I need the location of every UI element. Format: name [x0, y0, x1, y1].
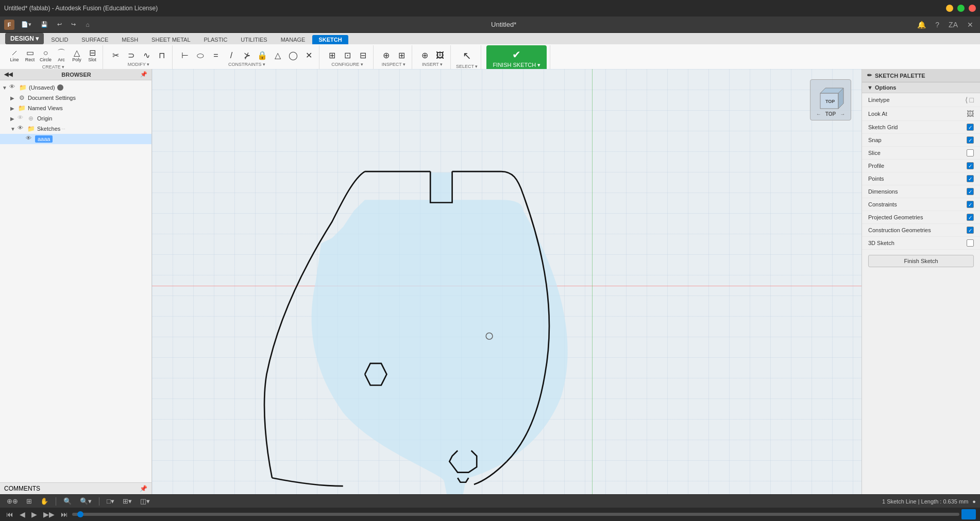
tree-item-aaaa[interactable]: 👁 aaaa	[0, 134, 151, 144]
home-button[interactable]: ⌂	[82, 20, 93, 30]
tree-item-named-views[interactable]: ▶ 📁 Named Views	[0, 103, 151, 113]
rect-tool[interactable]: ▭Rect	[23, 48, 37, 63]
palette-options-header[interactable]: ▼ Options	[862, 82, 980, 93]
constraints-checkbox[interactable]	[967, 201, 974, 208]
expand-arrow-doc-settings[interactable]: ▶	[10, 95, 18, 101]
select-label[interactable]: SELECT ▾	[456, 64, 478, 69]
zoom-fit-btn[interactable]: 🔍▾	[77, 496, 94, 506]
oval-tool[interactable]: ◯	[286, 50, 300, 61]
profile-checkbox[interactable]	[967, 162, 974, 169]
tl-prev[interactable]: ◀	[18, 509, 27, 519]
zoom-btn[interactable]: 🔍	[61, 496, 74, 506]
linetype-btn2[interactable]: □	[970, 96, 974, 104]
3d-sketch-checkbox[interactable]	[967, 239, 974, 247]
circle-tool[interactable]: ○Circle	[38, 48, 53, 63]
notifications-icon[interactable]: 🔔	[915, 20, 928, 30]
tree-item-doc-settings[interactable]: ▶ ⚙ Document Settings	[0, 93, 151, 103]
expand-arrow-sketches[interactable]: ▼	[10, 126, 18, 132]
tab-mesh[interactable]: MESH	[115, 35, 144, 44]
window-close-icon[interactable]: ✕	[965, 20, 976, 30]
canvas[interactable]	[152, 69, 861, 494]
tl-play[interactable]: ▶	[29, 509, 39, 519]
timeline-thumb[interactable]	[77, 511, 83, 517]
extend-tool[interactable]: ⊃	[124, 50, 138, 61]
spline-tool[interactable]: ∿	[139, 50, 154, 61]
inspect-label[interactable]: INSPECT ▾	[382, 62, 405, 67]
minimize-button[interactable]: −	[946, 5, 953, 12]
snap-checkbox[interactable]	[967, 136, 974, 144]
projected-geometries-checkbox[interactable]	[967, 214, 974, 221]
fillet-tool[interactable]: ⊓	[155, 50, 169, 61]
ellipse-tool[interactable]: ⬭	[193, 50, 208, 61]
design-button[interactable]: DESIGN ▾	[5, 33, 44, 44]
constraints-label[interactable]: CONSTRAINTS ▾	[228, 62, 265, 67]
redo-button[interactable]: ↪	[69, 20, 78, 29]
tl-next[interactable]: ▶▶	[41, 509, 57, 519]
configure-label[interactable]: CONFIGURE ▾	[331, 62, 363, 67]
view-cube[interactable]: TOP ← TOP →	[810, 79, 851, 120]
tree-item-unsaved[interactable]: ▼ 👁 📁 (Unsaved)	[0, 82, 151, 93]
perp-constraint[interactable]: ⊢	[178, 50, 192, 61]
close-button[interactable]: ×	[969, 5, 976, 12]
pan-btn[interactable]: ✋	[38, 496, 51, 506]
finish-sketch-button[interactable]: ✔ FINISH SKETCH ▾	[486, 45, 547, 72]
tab-solid[interactable]: SOLID	[45, 35, 74, 44]
browser-pin-icon[interactable]: 📌	[140, 71, 147, 78]
create-label[interactable]: CREATE ▾	[42, 64, 64, 70]
display-btn[interactable]: ⊞	[24, 496, 35, 506]
expand-arrow-named-views[interactable]: ▶	[10, 106, 18, 111]
dimensions-checkbox[interactable]	[967, 188, 974, 195]
sketch-grid-checkbox[interactable]	[967, 124, 974, 131]
new-button[interactable]: 📄▾	[19, 20, 34, 29]
polygon-tool[interactable]: △Poly	[70, 48, 84, 63]
lookat-btn[interactable]: 🖼	[967, 110, 974, 118]
slot-tool[interactable]: ⊟Slot	[85, 48, 99, 63]
palette-finish-button[interactable]: Finish Sketch	[868, 255, 974, 267]
help-icon[interactable]: ?	[933, 20, 942, 30]
tab-plastic[interactable]: PLASTIC	[198, 35, 234, 44]
expand-arrow-unsaved[interactable]: ▼	[2, 85, 9, 91]
inspect-btn1[interactable]: ⊕	[379, 50, 393, 61]
tab-surface[interactable]: SURFACE	[75, 35, 114, 44]
visibility-icon-origin[interactable]: 👁	[18, 114, 26, 123]
tab-utilities[interactable]: UTILITIES	[234, 35, 273, 44]
grid-btn[interactable]: ⊞▾	[120, 496, 134, 506]
visibility-icon-sketches[interactable]: 👁	[18, 125, 26, 133]
environment-btn[interactable]: ◫▾	[138, 496, 153, 506]
navigate-btn[interactable]: ⊕⊕	[4, 496, 21, 506]
triangle-tool[interactable]: △	[271, 50, 285, 61]
insert-btn2[interactable]: 🖼	[433, 50, 447, 61]
select-btn[interactable]: ↖	[460, 48, 474, 63]
trim-tool[interactable]: ⊁	[240, 50, 254, 61]
insert-btn1[interactable]: ⊕	[417, 50, 432, 61]
equal-constraint[interactable]: =	[209, 50, 223, 61]
arc-tool[interactable]: ⌒Arc	[54, 48, 69, 63]
visibility-icon-aaaa[interactable]: 👁	[26, 135, 34, 143]
inspect-btn2[interactable]: ⊞	[394, 50, 409, 61]
browser-collapse-icon[interactable]: ◀◀	[4, 71, 12, 78]
insert-label[interactable]: INSERT ▾	[422, 62, 443, 67]
timeline-track[interactable]	[72, 513, 959, 516]
maximize-button[interactable]: □	[957, 5, 965, 12]
expand-arrow-origin[interactable]: ▶	[10, 116, 18, 121]
points-checkbox[interactable]	[967, 175, 974, 182]
tab-manage[interactable]: MANAGE	[275, 35, 312, 44]
tl-skip-end[interactable]: ⏭	[59, 509, 70, 519]
tl-skip-start[interactable]: ⏮	[4, 509, 15, 519]
visibility-icon-unsaved[interactable]: 👁	[9, 83, 18, 92]
construction-geometries-checkbox[interactable]	[967, 227, 974, 234]
canvas-area[interactable]: TOP ← TOP →	[152, 69, 861, 494]
linetype-btn1[interactable]: ⟨	[965, 96, 968, 104]
configure-btn2[interactable]: ⊡	[340, 50, 354, 61]
tree-item-sketches[interactable]: ▼ 👁 📁 Sketches ···	[0, 124, 151, 134]
scissors-tool[interactable]: ✂	[108, 50, 123, 61]
modify-label[interactable]: MODIFY ▾	[128, 62, 149, 67]
configure-btn1[interactable]: ⊞	[325, 50, 339, 61]
tree-item-origin[interactable]: ▶ 👁 ⊕ Origin	[0, 113, 151, 124]
configure-btn3[interactable]: ⊟	[356, 50, 370, 61]
save-button[interactable]: 💾	[38, 20, 50, 29]
line-tool[interactable]: ⟋Line	[7, 48, 22, 63]
display-mode-btn[interactable]: □▾	[104, 496, 117, 506]
tab-sketch[interactable]: SKETCH	[312, 35, 348, 44]
lock-icon[interactable]: 🔒	[255, 50, 269, 61]
